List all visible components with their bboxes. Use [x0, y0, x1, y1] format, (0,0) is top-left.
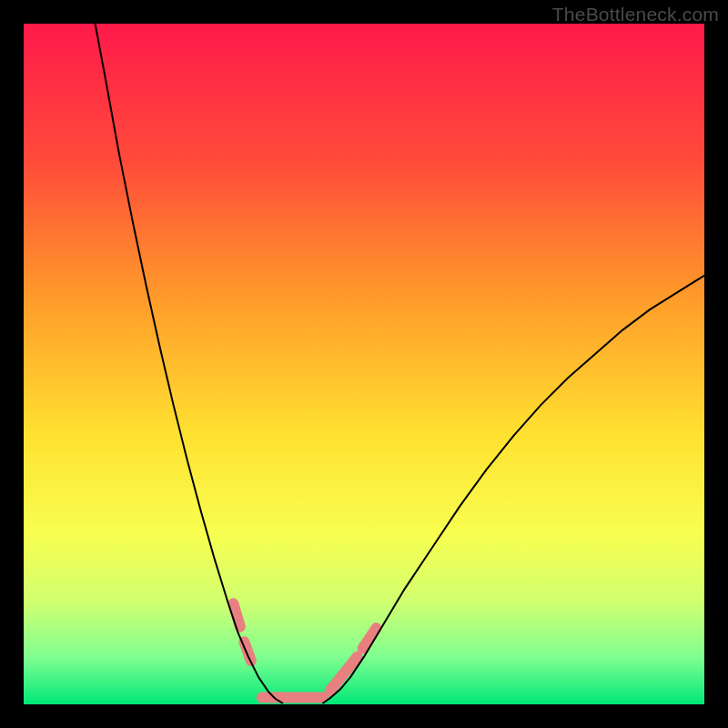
chart-frame: TheBottleneck.com [0, 0, 728, 728]
plot-area [24, 24, 704, 704]
chart-svg [24, 24, 704, 704]
gradient-background [24, 24, 704, 704]
watermark-text: TheBottleneck.com [552, 4, 719, 25]
